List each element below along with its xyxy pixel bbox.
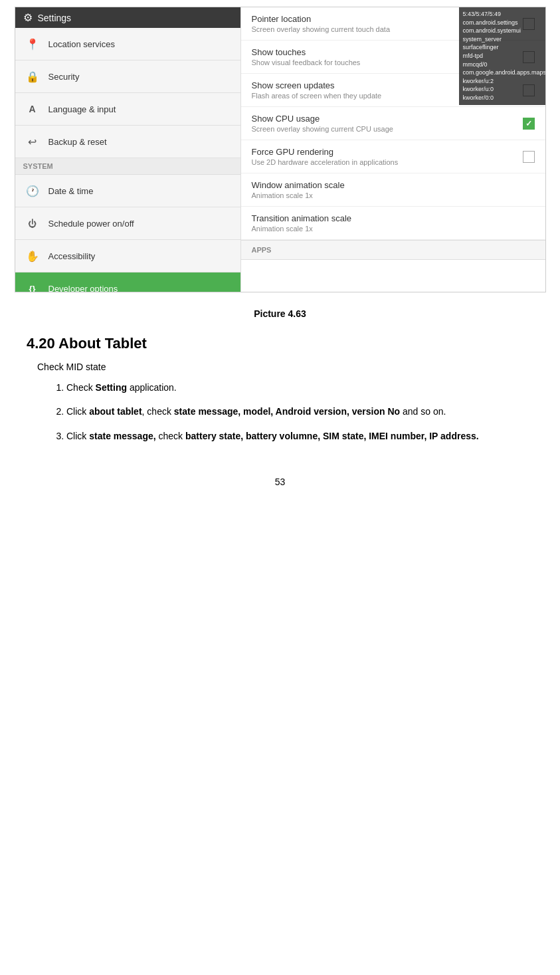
step-3: Click state message, check battery state… [66, 429, 533, 443]
status-line-3: com.android.systemui [463, 27, 541, 35]
status-line-4: system_server [463, 35, 541, 44]
status-line-6: mfd-tpd [463, 52, 541, 60]
window-animation-text: Window animation scale Animation scale 1… [252, 180, 535, 199]
sidebar-item-language[interactable]: A Language & input [15, 93, 240, 126]
sidebar-label-accessibility: Accessibility [48, 251, 96, 261]
status-line-8: com.google.android.apps.maps [463, 68, 541, 77]
check-mid-text: Check MID state [37, 362, 533, 372]
step2-bold1: about tablet [89, 406, 141, 417]
sidebar-item-accessibility[interactable]: ✋ Accessibility [15, 240, 240, 272]
transition-animation-text: Transition animation scale Animation sca… [252, 213, 535, 233]
step-1: Check Setting application. [66, 380, 533, 395]
sidebar-label-developer: Developer options [48, 284, 118, 293]
steps-list: Check Setting application. Click about t… [66, 380, 533, 443]
status-line-2: com.android.settings [463, 19, 541, 27]
settings-title-label: Settings [38, 13, 72, 23]
page-number: 53 [0, 466, 560, 498]
window-animation-title: Window animation scale [252, 180, 535, 190]
sidebar-label-datetime: Date & time [48, 186, 94, 196]
step-2: Click about tablet, check state message,… [66, 404, 533, 419]
step3-bold1: state message, [89, 431, 155, 441]
apps-section-header: APPS [241, 240, 545, 260]
transition-animation-title: Transition animation scale [252, 213, 535, 223]
sidebar-item-location[interactable]: 📍 Location services [15, 28, 240, 60]
sidebar-label-backup: Backup & reset [48, 137, 107, 147]
gpu-rendering-title: Force GPU rendering [252, 147, 523, 157]
screenshot-container: 5:43/5:47/5:49 com.android.settings com.… [0, 0, 560, 299]
section-title: 4.20 About Tablet [27, 335, 533, 352]
android-screenshot: 5:43/5:47/5:49 com.android.settings com.… [15, 7, 546, 292]
system-section-header: SYSTEM [15, 158, 240, 175]
window-animation-subtitle: Animation scale 1x [252, 191, 535, 199]
security-icon: 🔒 [23, 67, 42, 86]
location-icon: 📍 [23, 35, 42, 53]
sidebar-item-datetime[interactable]: 🕐 Date & time [15, 175, 240, 207]
status-line-11: kworker/0:0 [463, 94, 541, 102]
content-row-transition-animation[interactable]: Transition animation scale Animation sca… [241, 207, 545, 240]
gpu-rendering-subtitle: Use 2D hardware acceleration in applicat… [252, 158, 523, 166]
cpu-usage-checkbox[interactable] [523, 118, 535, 130]
backup-icon: ↩ [23, 132, 42, 151]
settings-title-bar: ⚙ Settings [15, 7, 240, 28]
status-line-10: kworker/u:0 [463, 85, 541, 94]
cpu-usage-title: Show CPU usage [252, 114, 523, 124]
developer-icon: {} [23, 279, 42, 292]
status-line-7: mmcqd/0 [463, 60, 541, 69]
settings-sidebar: ⚙ Settings 📍 Location services 🔒 Securit… [15, 7, 241, 292]
sidebar-item-backup[interactable]: ↩ Backup & reset [15, 126, 240, 158]
sidebar-label-schedule: Schedule power on/off [48, 219, 134, 229]
main-content: 4.20 About Tablet Check MID state Check … [0, 324, 560, 466]
step2-bold2: state message, model, Android version, v… [174, 406, 400, 417]
sidebar-item-schedule[interactable]: ⏻ Schedule power on/off [15, 207, 240, 240]
step3-bold2: battery state, battery volumne, SIM stat… [185, 431, 479, 441]
gpu-rendering-text: Force GPU rendering Use 2D hardware acce… [252, 147, 523, 166]
content-row-gpu-rendering[interactable]: Force GPU rendering Use 2D hardware acce… [241, 140, 545, 173]
language-icon: A [23, 100, 42, 118]
sidebar-label-location: Location services [48, 39, 115, 49]
caption-text: Picture 4.63 [254, 308, 306, 319]
sidebar-item-developer[interactable]: {} Developer options [15, 272, 240, 292]
status-line-1: 5:43/5:47/5:49 [463, 10, 541, 19]
content-row-window-animation[interactable]: Window animation scale Animation scale 1… [241, 173, 545, 207]
sidebar-label-security: Security [48, 72, 80, 82]
content-row-cpu-usage[interactable]: Show CPU usage Screen overlay showing cu… [241, 107, 545, 140]
picture-caption: Picture 4.63 [0, 299, 560, 324]
gpu-rendering-checkbox[interactable] [523, 151, 535, 163]
settings-title-icon: ⚙ [23, 11, 33, 24]
accessibility-icon: ✋ [23, 247, 42, 265]
status-line-5: surfaceflinger [463, 43, 541, 52]
sidebar-item-security[interactable]: 🔒 Security [15, 60, 240, 93]
status-line-9: kworker/u:2 [463, 77, 541, 86]
cpu-usage-text: Show CPU usage Screen overlay showing cu… [252, 114, 523, 133]
status-overlay: 5:43/5:47/5:49 com.android.settings com.… [459, 7, 545, 105]
step1-bold: Setting [96, 382, 127, 393]
sidebar-label-language: Language & input [48, 104, 116, 114]
cpu-usage-subtitle: Screen overlay showing current CPU usage [252, 125, 523, 133]
datetime-icon: 🕐 [23, 181, 42, 200]
transition-animation-subtitle: Animation scale 1x [252, 225, 535, 233]
schedule-icon: ⏻ [23, 214, 42, 233]
